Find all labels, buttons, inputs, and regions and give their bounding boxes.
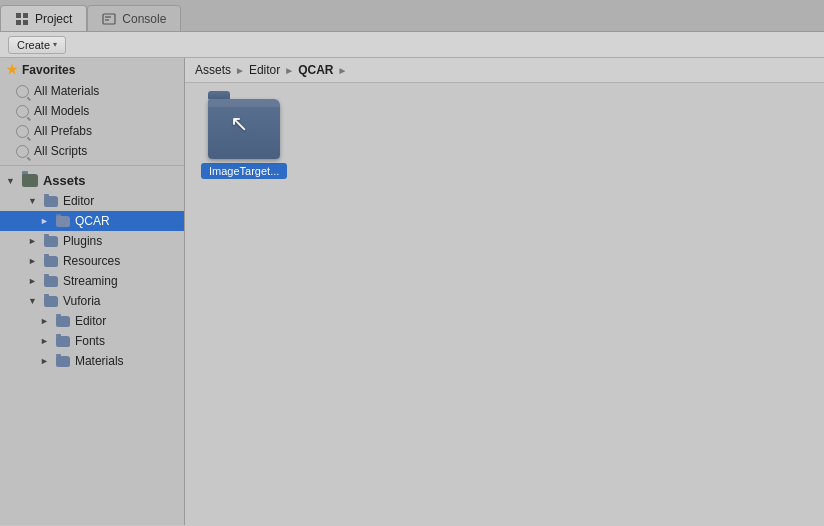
assets-expand-arrow: ▼ — [6, 176, 15, 186]
vuforia-fonts-label: Fonts — [75, 334, 105, 348]
cursor-icon: ↖ — [230, 111, 248, 137]
star-icon: ★ — [6, 62, 18, 77]
vuforia-materials-arrow: ► — [40, 356, 49, 366]
sidebar-item-vuforia-materials[interactable]: ► Materials — [0, 351, 184, 371]
breadcrumb-end-arrow: ► — [338, 65, 348, 76]
assets-label: Assets — [43, 173, 86, 188]
favorites-header[interactable]: ★ Favorites — [0, 58, 184, 81]
sidebar-divider — [0, 165, 184, 166]
svg-rect-1 — [23, 13, 28, 18]
svg-rect-0 — [16, 13, 21, 18]
assets-folder-icon — [22, 174, 38, 187]
plugins-label: Plugins — [63, 234, 102, 248]
sidebar-item-editor[interactable]: ▼ Editor — [0, 191, 184, 211]
tab-console-label: Console — [122, 12, 166, 26]
streaming-label: Streaming — [63, 274, 118, 288]
breadcrumb-sep-2: ► — [284, 65, 294, 76]
svg-rect-2 — [16, 20, 21, 25]
sidebar-item-streaming[interactable]: ► Streaming — [0, 271, 184, 291]
qcar-label: QCAR — [75, 214, 110, 228]
search-circle-icon — [16, 125, 29, 138]
imagetarget-label: ImageTarget... — [201, 163, 287, 179]
vuforia-materials-folder-icon — [56, 356, 70, 367]
vuforia-folder-icon — [44, 296, 58, 307]
editor-folder-icon — [44, 196, 58, 207]
vuforia-fonts-folder-icon — [56, 336, 70, 347]
create-dropdown-arrow: ▾ — [53, 40, 57, 49]
main-layout: ★ Favorites All Materials All Models All… — [0, 58, 824, 525]
search-circle-icon — [16, 145, 29, 158]
vuforia-editor-label: Editor — [75, 314, 106, 328]
breadcrumb: Assets ► Editor ► QCAR ► — [185, 58, 824, 83]
all-scripts-label: All Scripts — [34, 144, 87, 158]
tab-project[interactable]: Project — [0, 5, 87, 31]
sidebar-item-vuforia-editor[interactable]: ► Editor — [0, 311, 184, 331]
vuforia-materials-label: Materials — [75, 354, 124, 368]
console-icon — [102, 12, 116, 26]
all-models-label: All Models — [34, 104, 89, 118]
toolbar: Create ▾ — [0, 32, 824, 58]
sidebar-scroll[interactable]: ★ Favorites All Materials All Models All… — [0, 58, 184, 525]
plugins-folder-icon — [44, 236, 58, 247]
vuforia-expand-arrow: ▼ — [28, 296, 37, 306]
breadcrumb-assets[interactable]: Assets — [195, 63, 231, 77]
qcar-folder-icon — [56, 216, 70, 227]
sidebar-item-all-scripts[interactable]: All Scripts — [0, 141, 184, 161]
qcar-expand-arrow: ► — [40, 216, 49, 226]
vuforia-editor-arrow: ► — [40, 316, 49, 326]
svg-rect-4 — [103, 14, 115, 24]
sidebar-item-plugins[interactable]: ► Plugins — [0, 231, 184, 251]
resources-label: Resources — [63, 254, 120, 268]
breadcrumb-editor[interactable]: Editor — [249, 63, 280, 77]
sidebar-item-qcar[interactable]: ► QCAR — [0, 211, 184, 231]
sidebar-item-vuforia[interactable]: ▼ Vuforia — [0, 291, 184, 311]
all-prefabs-label: All Prefabs — [34, 124, 92, 138]
create-label: Create — [17, 39, 50, 51]
editor-expand-arrow: ▼ — [28, 196, 37, 206]
resources-folder-icon — [44, 256, 58, 267]
vuforia-fonts-arrow: ► — [40, 336, 49, 346]
favorites-label: Favorites — [22, 63, 75, 77]
all-materials-label: All Materials — [34, 84, 99, 98]
breadcrumb-sep-1: ► — [235, 65, 245, 76]
sidebar-item-all-models[interactable]: All Models — [0, 101, 184, 121]
breadcrumb-qcar[interactable]: QCAR — [298, 63, 333, 77]
streaming-folder-icon — [44, 276, 58, 287]
vuforia-editor-folder-icon — [56, 316, 70, 327]
tab-console[interactable]: Console — [87, 5, 181, 31]
imagetarget-folder-icon: ↖ — [208, 99, 280, 159]
resources-arrow: ► — [28, 256, 37, 266]
grid-icon — [15, 12, 29, 26]
file-grid: ↖ ImageTarget... — [185, 83, 824, 525]
sidebar-item-all-prefabs[interactable]: All Prefabs — [0, 121, 184, 141]
content-area: Assets ► Editor ► QCAR ► ↖ ImageTarget..… — [185, 58, 824, 525]
sidebar-item-all-materials[interactable]: All Materials — [0, 81, 184, 101]
tab-bar: Project Console — [0, 0, 824, 32]
editor-label: Editor — [63, 194, 94, 208]
vuforia-label: Vuforia — [63, 294, 101, 308]
plugins-arrow: ► — [28, 236, 37, 246]
create-button[interactable]: Create ▾ — [8, 36, 66, 54]
search-circle-icon — [16, 85, 29, 98]
sidebar-item-resources[interactable]: ► Resources — [0, 251, 184, 271]
sidebar-item-vuforia-fonts[interactable]: ► Fonts — [0, 331, 184, 351]
streaming-arrow: ► — [28, 276, 37, 286]
sidebar-item-assets[interactable]: ▼ Assets — [0, 170, 184, 191]
sidebar: ★ Favorites All Materials All Models All… — [0, 58, 185, 525]
svg-rect-3 — [23, 20, 28, 25]
tab-project-label: Project — [35, 12, 72, 26]
search-circle-icon — [16, 105, 29, 118]
file-item-imagetarget[interactable]: ↖ ImageTarget... — [201, 99, 287, 179]
